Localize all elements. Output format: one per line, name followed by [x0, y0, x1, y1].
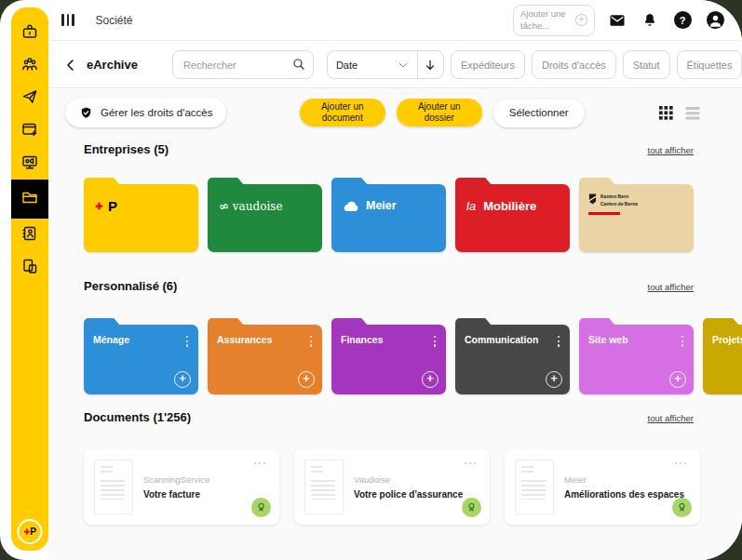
sidebar-item-contacts[interactable] [11, 219, 48, 251]
manage-rights-button[interactable]: Gérer les droits d'accès [65, 98, 226, 127]
folder-finances[interactable]: Finances + [331, 318, 446, 394]
post-cross-icon [95, 202, 103, 210]
sidebar-item-earchive[interactable] [11, 180, 48, 219]
grid-view-button[interactable] [657, 104, 674, 121]
folder-projets[interactable]: Projets [703, 318, 742, 394]
account-button[interactable] [705, 10, 725, 31]
document-card[interactable]: Meier Améliorations des espaces part... [505, 449, 700, 525]
sidebar-item-screen-video[interactable] [11, 147, 48, 180]
vaudoise-mark-icon: ∞ [218, 198, 231, 214]
post-cross-icon [23, 528, 30, 535]
chevron-left-icon [63, 58, 78, 73]
sort-group: Date [327, 50, 444, 79]
show-all-personnalise-link[interactable]: tout afficher [648, 282, 694, 292]
signed-badge-icon [251, 498, 271, 517]
manage-rights-label: Gérer les droits d'accès [101, 107, 212, 118]
folder-add-icon[interactable]: + [298, 371, 315, 388]
filter-statut[interactable]: Statut [623, 50, 670, 79]
folder-assurances[interactable]: Assurances + [208, 318, 322, 394]
folder-menu-icon[interactable] [556, 334, 561, 349]
folder-vaudoise[interactable]: ∞vaudoise [208, 178, 322, 252]
sidebar: P [11, 7, 48, 551]
content: Gérer les droits d'accès Ajouter un docu… [48, 89, 742, 560]
folder-add-icon[interactable]: + [174, 371, 191, 388]
actions-row: Gérer les droits d'accès Ajouter un docu… [84, 98, 742, 127]
folder-add-icon[interactable]: + [546, 371, 562, 388]
entreprises-folder-row: P ∞vaudoise Meier [84, 178, 742, 252]
sort-field-select[interactable]: Date [328, 51, 417, 78]
documents-card-row: ScanningService Votre facture Vaudoise V… [84, 449, 742, 525]
device-docs-icon [20, 257, 39, 279]
swiss-post-logo: P [18, 519, 43, 544]
folder-add-icon[interactable]: + [422, 371, 438, 388]
help-icon: ? [674, 11, 692, 29]
folder-menu-icon[interactable] [308, 334, 314, 349]
add-document-button[interactable]: Ajouter un document [300, 99, 385, 127]
arrow-down-icon [424, 59, 437, 72]
filter-etiquettes[interactable]: Étiquettes [677, 50, 742, 79]
folder-menu-icon[interactable] [432, 334, 438, 349]
sidebar-item-archive-box[interactable] [11, 17, 48, 49]
family-icon [20, 55, 39, 77]
shield-check-icon [79, 106, 93, 120]
add-task-input[interactable]: Ajouter une tâche... + [513, 5, 595, 36]
archive-box-icon [20, 22, 39, 45]
folder-communication[interactable]: Communication + [455, 318, 570, 394]
show-all-entreprises-link[interactable]: tout afficher [648, 145, 694, 155]
add-folder-button[interactable]: Ajouter un dossier [397, 99, 482, 127]
signed-badge-icon [462, 498, 481, 517]
folder-menu-icon[interactable] [680, 334, 685, 349]
filter-expediteurs[interactable]: Expéditeurs [451, 50, 525, 79]
back-button[interactable] [63, 54, 78, 76]
add-task-placeholder: Ajouter une tâche... [520, 8, 572, 32]
meier-cloud-icon [343, 200, 361, 212]
screen-video-icon [20, 153, 39, 175]
document-card[interactable]: ScanningService Votre facture [84, 449, 279, 525]
swiss-post-brand: P [95, 199, 117, 213]
kanton-bern-brand: Kanton BernCanton de Berne [588, 193, 638, 215]
mail-button[interactable] [607, 10, 627, 31]
filter-droits-acces[interactable]: Droits d'accès [532, 50, 616, 79]
list-view-button[interactable] [684, 104, 701, 121]
folder-la-mobiliere[interactable]: laMobilière [455, 178, 570, 252]
show-all-documents-link[interactable]: tout afficher [648, 413, 694, 423]
sidebar-item-window-add[interactable] [11, 114, 48, 147]
help-button[interactable]: ? [672, 10, 693, 31]
folder-site-web[interactable]: Site web + [579, 318, 694, 394]
document-title: Améliorations des espaces part... [564, 489, 687, 500]
page-title: eArchive [87, 58, 138, 72]
section-title-entreprises: Entreprises (5) [84, 142, 169, 156]
sidebar-item-devices[interactable] [11, 251, 48, 284]
sidebar-item-family[interactable] [11, 49, 48, 82]
window-add-icon [20, 120, 39, 142]
document-thumbnail [304, 460, 344, 514]
document-menu-icon[interactable] [673, 460, 688, 466]
grid-view-icon [659, 106, 673, 120]
section-title-personnalise: Personnalisé (6) [84, 279, 177, 293]
folder-swiss-post[interactable]: P [84, 178, 198, 252]
document-card[interactable]: Vaudoise Votre police d'assurance [294, 449, 490, 525]
sort-direction-button[interactable] [417, 51, 443, 78]
notifications-button[interactable] [640, 10, 660, 31]
company-label: Société [96, 14, 133, 27]
paper-plane-icon [20, 87, 39, 110]
search-input[interactable] [172, 50, 314, 79]
personnalise-folder-row: Ménage + Assurances + Fi [84, 318, 742, 394]
sidebar-item-send[interactable] [11, 82, 48, 114]
account-icon [707, 11, 724, 29]
document-menu-icon[interactable] [463, 460, 478, 466]
document-thumbnail [94, 460, 133, 514]
select-button[interactable]: Sélectionner [493, 99, 585, 127]
document-sender: Meier [564, 474, 687, 485]
folder-menu-icon[interactable] [184, 334, 190, 349]
folder-add-icon[interactable]: + [669, 371, 686, 388]
bell-icon [641, 12, 658, 29]
folder-kanton-bern[interactable]: Kanton BernCanton de Berne [579, 178, 694, 252]
app-switcher-icon[interactable] [61, 14, 74, 26]
plus-circle-icon: + [575, 14, 587, 26]
folder-menage[interactable]: Ménage + [84, 318, 198, 394]
contacts-icon [20, 224, 39, 247]
document-menu-icon[interactable] [252, 460, 267, 466]
envelope-icon [608, 11, 627, 30]
folder-meier[interactable]: Meier [331, 178, 446, 252]
